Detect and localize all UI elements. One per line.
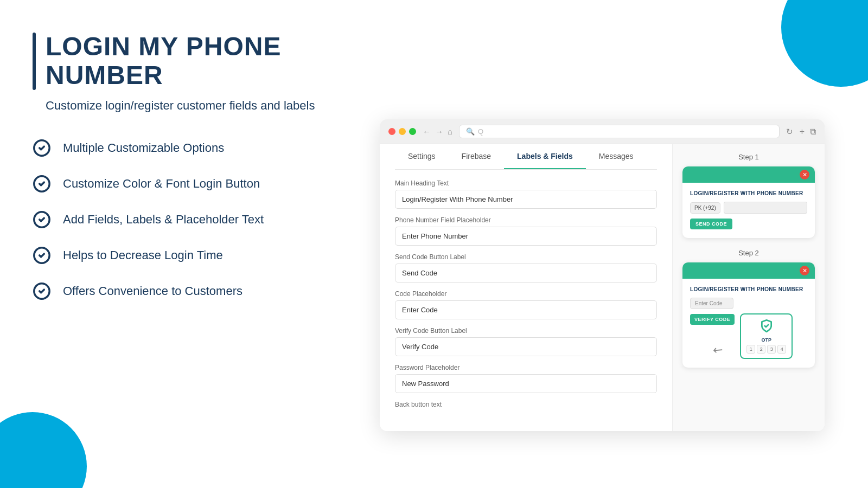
- password-placeholder-group: Password Placeholder: [395, 364, 657, 393]
- tab-messages[interactable]: Messages: [586, 144, 647, 169]
- step1-card-header: ✕: [682, 166, 815, 183]
- phone-placeholder-group: Phone Number Field Placeholder: [395, 216, 657, 246]
- deco-circle-top-right: [781, 0, 868, 87]
- step1-close-btn[interactable]: ✕: [800, 170, 809, 179]
- forward-nav-icon[interactable]: →: [435, 127, 443, 136]
- feature-text: Multiple Customizable Options: [63, 141, 224, 155]
- verify-code-group: Verify Code Button Label: [395, 327, 657, 356]
- back-button-label: Back button text: [395, 401, 657, 408]
- enter-code-field[interactable]: Enter Code: [690, 298, 733, 309]
- check-circle-icon: [33, 175, 51, 193]
- feature-item: Helps to Decrease Login Time: [33, 246, 336, 265]
- title-accent-bar: [33, 33, 36, 90]
- tab-settings[interactable]: Settings: [395, 144, 449, 169]
- check-circle-icon: [33, 210, 51, 229]
- feature-item: Multiple Customizable Options: [33, 139, 336, 157]
- phone-placeholder-input[interactable]: [395, 227, 657, 246]
- step2-card-title: LOGIN/REGISTER WITH PHONE NUMBER: [690, 286, 807, 292]
- step2-card: ✕ LOGIN/REGISTER WITH PHONE NUMBER Enter…: [682, 262, 815, 368]
- step2-close-btn[interactable]: ✕: [800, 266, 809, 275]
- main-heading-group: Main Heading Text: [395, 179, 657, 209]
- back-button-group: Back button text: [395, 401, 657, 408]
- browser-actions: + ⧉: [800, 127, 816, 137]
- main-heading-label: Main Heading Text: [395, 179, 657, 187]
- send-code-label-label: Send Code Button Label: [395, 253, 657, 261]
- features-list: Multiple Customizable Options Customize …: [33, 139, 336, 300]
- form-panel: Settings Firebase Labels & Fields Messag…: [380, 144, 673, 431]
- tab-labels-fields[interactable]: Labels & Fields: [504, 144, 586, 169]
- step1-phone-row: PK (+92): [690, 202, 807, 214]
- title-wrapper: LOGIN MY PHONE NUMBER: [33, 33, 336, 90]
- step1-card-body: LOGIN/REGISTER WITH PHONE NUMBER PK (+92…: [682, 183, 815, 238]
- check-circle-icon: [33, 139, 51, 157]
- browser-window-controls: [388, 128, 416, 135]
- browser-mockup: ← → ⌂ 🔍 Q ↻ + ⧉ Settings Firebase Labels…: [380, 119, 825, 431]
- send-code-input[interactable]: [395, 264, 657, 282]
- page-title: LOGIN MY PHONE NUMBER: [46, 33, 336, 90]
- step1-card: ✕ LOGIN/REGISTER WITH PHONE NUMBER PK (+…: [682, 166, 815, 238]
- new-tab-icon[interactable]: +: [800, 127, 805, 137]
- deco-circle-bottom-left: [0, 412, 87, 488]
- refresh-icon[interactable]: ↻: [786, 127, 793, 137]
- step2-card-body: LOGIN/REGISTER WITH PHONE NUMBER Enter C…: [682, 279, 815, 368]
- otp-digit: 2: [757, 345, 765, 354]
- otp-box: OTP 1234: [740, 313, 793, 359]
- feature-text: Offers Convenience to Customers: [63, 284, 242, 298]
- step2-card-header: ✕: [682, 262, 815, 279]
- maximize-window-button[interactable]: [409, 128, 416, 135]
- check-circle-icon: [33, 246, 51, 265]
- step2-enter-code-row: Enter Code: [690, 298, 807, 309]
- feature-item: Customize Color & Font Login Button: [33, 175, 336, 193]
- verify-code-input[interactable]: [395, 337, 657, 356]
- step2-verify-row: VERIFY CODE OTP: [690, 313, 807, 359]
- code-placeholder-label: Code Placeholder: [395, 290, 657, 298]
- send-code-preview-btn[interactable]: SEND CODE: [690, 219, 732, 229]
- otp-digit: 4: [777, 345, 786, 354]
- search-icon: 🔍: [466, 127, 475, 136]
- left-panel: LOGIN MY PHONE NUMBER Customize login/re…: [33, 33, 336, 318]
- close-window-button[interactable]: [388, 128, 395, 135]
- browser-nav-buttons: ← → ⌂: [423, 127, 452, 136]
- phone-placeholder-label: Phone Number Field Placeholder: [395, 216, 657, 224]
- shield-icon: [746, 319, 786, 336]
- send-code-group: Send Code Button Label: [395, 253, 657, 282]
- password-placeholder-label: Password Placeholder: [395, 364, 657, 371]
- phone-input-line: [724, 202, 807, 214]
- otp-digit: 3: [767, 345, 776, 354]
- check-circle-icon: [33, 282, 51, 300]
- preview-panel: Step 1 ✕ LOGIN/REGISTER WITH PHONE NUMBE…: [673, 144, 825, 431]
- tab-firebase[interactable]: Firebase: [449, 144, 504, 169]
- feature-text: Add Fields, Labels & Placeholder Text: [63, 213, 264, 227]
- browser-bar: ← → ⌂ 🔍 Q ↻ + ⧉: [380, 119, 825, 144]
- minimize-window-button[interactable]: [399, 128, 406, 135]
- feature-item: Offers Convenience to Customers: [33, 282, 336, 300]
- otp-digit: 1: [746, 345, 755, 354]
- code-placeholder-input[interactable]: [395, 300, 657, 319]
- browser-address-bar[interactable]: 🔍 Q: [459, 125, 780, 138]
- search-text: Q: [478, 127, 483, 136]
- feature-text: Helps to Decrease Login Time: [63, 248, 223, 262]
- step2-label: Step 2: [682, 249, 815, 257]
- otp-label: OTP: [746, 337, 786, 343]
- password-placeholder-input[interactable]: [395, 374, 657, 393]
- otp-digits: 1234: [746, 345, 786, 354]
- window-icon[interactable]: ⧉: [810, 127, 816, 137]
- code-placeholder-group: Code Placeholder: [395, 290, 657, 319]
- phone-country-code: PK (+92): [690, 202, 720, 214]
- main-heading-input[interactable]: [395, 190, 657, 209]
- home-nav-icon[interactable]: ⌂: [448, 127, 452, 136]
- step1-label: Step 1: [682, 153, 815, 161]
- back-nav-icon[interactable]: ←: [423, 127, 431, 136]
- tabs-bar: Settings Firebase Labels & Fields Messag…: [395, 144, 657, 170]
- verify-code-label-label: Verify Code Button Label: [395, 327, 657, 335]
- feature-text: Customize Color & Font Login Button: [63, 177, 260, 191]
- feature-item: Add Fields, Labels & Placeholder Text: [33, 210, 336, 229]
- browser-content: Settings Firebase Labels & Fields Messag…: [380, 144, 825, 431]
- step1-card-title: LOGIN/REGISTER WITH PHONE NUMBER: [690, 190, 807, 196]
- verify-code-preview-btn[interactable]: VERIFY CODE: [690, 314, 735, 325]
- page-subtitle: Customize login/register customer fields…: [46, 99, 336, 113]
